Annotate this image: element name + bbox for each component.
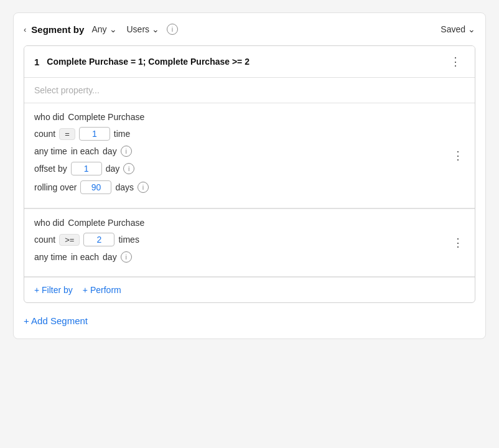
info-icon[interactable]: i bbox=[167, 24, 178, 35]
users-dropdown[interactable]: Users ⌄ bbox=[124, 23, 162, 35]
select-property-row[interactable]: Select property... bbox=[24, 78, 475, 103]
offset-row-1: offset by 1 day i bbox=[34, 162, 465, 175]
offset-label-1: offset by bbox=[34, 164, 67, 174]
condition-block-2: who did Complete Purchase count >= 2 tim… bbox=[24, 208, 475, 277]
day-label-2[interactable]: day bbox=[103, 252, 117, 262]
segment-title-row: 1 Complete Purchase = 1; Complete Purcha… bbox=[24, 46, 475, 78]
segment-card: 1 Complete Purchase = 1; Complete Purcha… bbox=[24, 45, 475, 303]
event-name-2[interactable]: Complete Purchase bbox=[68, 218, 144, 228]
operator-2[interactable]: >= bbox=[59, 234, 80, 246]
any-chevron-icon: ⌄ bbox=[110, 24, 117, 34]
saved-chevron-icon: ⌄ bbox=[468, 24, 475, 34]
count-label-2: count bbox=[34, 235, 55, 245]
segment-by-label: Segment by bbox=[31, 24, 84, 35]
rolling-label-1: rolling over bbox=[34, 182, 77, 192]
saved-dropdown[interactable]: Saved ⌄ bbox=[441, 24, 475, 34]
time-info-icon-1[interactable]: i bbox=[121, 146, 132, 157]
collapse-icon[interactable]: ‹ bbox=[24, 25, 26, 34]
rolling-unit-1: days bbox=[115, 182, 134, 192]
rolling-row-1: rolling over 90 days i bbox=[34, 180, 465, 194]
filter-by-button[interactable]: + Filter by bbox=[34, 285, 73, 295]
condition-menu-button-1[interactable]: ⋮ bbox=[449, 147, 467, 164]
time-row-1: any time in each day i bbox=[34, 146, 465, 157]
event-name-1[interactable]: Complete Purchase bbox=[68, 112, 144, 122]
day-label-1[interactable]: day bbox=[103, 146, 117, 156]
who-did-row-2: who did Complete Purchase bbox=[34, 218, 465, 228]
segment-number: 1 bbox=[34, 57, 39, 67]
offset-unit-1: day bbox=[106, 164, 120, 174]
who-did-label-2: who did bbox=[34, 218, 64, 228]
condition-block-1: who did Complete Purchase count = 1 time… bbox=[24, 103, 475, 208]
who-did-label-1: who did bbox=[34, 112, 64, 122]
time-info-icon-2[interactable]: i bbox=[121, 251, 132, 263]
count-unit-1: time bbox=[114, 129, 130, 139]
count-value-1[interactable]: 1 bbox=[79, 127, 110, 141]
select-property-placeholder: Select property... bbox=[34, 85, 100, 95]
action-row: + Filter by + Perform bbox=[24, 277, 475, 302]
segment-menu-button[interactable]: ⋮ bbox=[446, 54, 465, 70]
count-value-2[interactable]: 2 bbox=[83, 233, 114, 246]
rolling-info-icon-1[interactable]: i bbox=[138, 182, 149, 193]
who-did-row-1: who did Complete Purchase bbox=[34, 112, 465, 122]
segment-header: ‹ Segment by Any ⌄ Users ⌄ i Saved ⌄ bbox=[24, 23, 475, 45]
offset-info-icon-1[interactable]: i bbox=[123, 163, 134, 174]
segment-title: Complete Purchase = 1; Complete Purchase… bbox=[47, 57, 446, 67]
time-row-2: any time in each day i bbox=[34, 251, 465, 263]
count-label-1: count bbox=[34, 129, 55, 139]
count-row-1: count = 1 time bbox=[34, 127, 465, 141]
rolling-value-1[interactable]: 90 bbox=[80, 180, 111, 194]
any-dropdown[interactable]: Any ⌄ bbox=[89, 23, 119, 35]
count-row-2: count >= 2 times bbox=[34, 233, 465, 246]
in-each-label-2[interactable]: in each bbox=[71, 252, 99, 262]
offset-value-1[interactable]: 1 bbox=[71, 162, 102, 175]
count-unit-2: times bbox=[118, 235, 139, 245]
condition-menu-button-2[interactable]: ⋮ bbox=[449, 235, 467, 251]
any-time-label-1[interactable]: any time bbox=[34, 146, 67, 156]
perform-button[interactable]: + Perform bbox=[83, 285, 121, 295]
in-each-label-1[interactable]: in each bbox=[71, 146, 99, 156]
users-chevron-icon: ⌄ bbox=[152, 24, 159, 34]
any-time-label-2[interactable]: any time bbox=[34, 252, 67, 262]
segment-builder: ‹ Segment by Any ⌄ Users ⌄ i Saved ⌄ 1 C… bbox=[13, 12, 486, 339]
operator-1[interactable]: = bbox=[59, 128, 75, 140]
add-segment-button[interactable]: + Add Segment bbox=[24, 313, 88, 329]
